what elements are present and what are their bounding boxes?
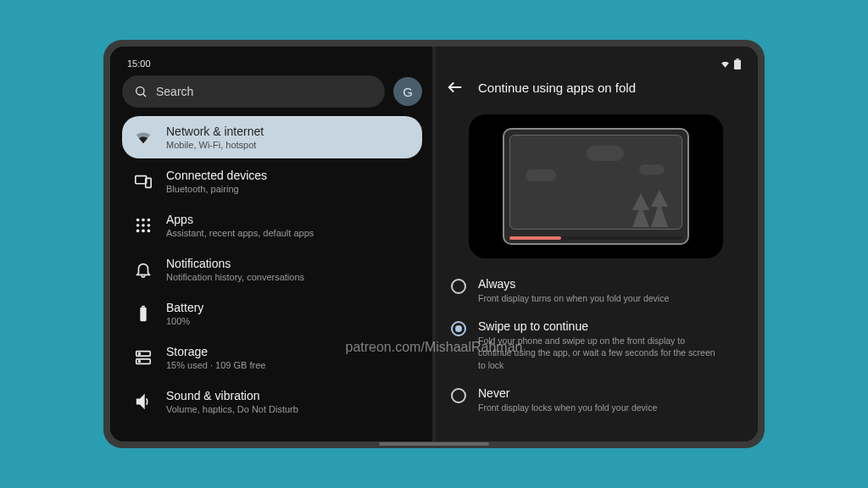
wifi-status-icon — [720, 58, 731, 69]
sound-icon — [134, 392, 153, 411]
statusbar-icons — [720, 58, 741, 69]
radio-icon — [451, 321, 466, 336]
progress-bar — [509, 236, 682, 240]
search-placeholder: Search — [156, 85, 193, 98]
statusbar-time: 15:00 — [127, 58, 151, 69]
avatar-letter: G — [403, 85, 413, 99]
setting-item-notifications[interactable]: NotificationsNotification history, conve… — [122, 248, 422, 291]
tree-icon — [632, 205, 649, 227]
radio-list: AlwaysFront display turns on when you fo… — [446, 274, 746, 417]
search-row: Search G — [122, 75, 422, 108]
cloud-icon — [526, 169, 556, 181]
battery-icon — [134, 304, 153, 323]
setting-title: Storage — [166, 345, 265, 358]
svg-rect-20 — [736, 58, 738, 60]
radio-icon — [451, 279, 466, 294]
svg-point-10 — [136, 230, 140, 233]
radio-text: Swipe up to continueFold your phone and … — [478, 319, 715, 371]
fold-illustration — [469, 114, 723, 258]
svg-rect-14 — [142, 306, 145, 308]
statusbar-right — [446, 55, 746, 72]
progress-fill — [509, 236, 561, 240]
setting-item-battery[interactable]: Battery100% — [122, 292, 422, 335]
setting-text: AppsAssistant, recent apps, default apps — [166, 213, 314, 238]
detail-title: Continue using apps on fold — [478, 80, 636, 95]
search-input[interactable]: Search — [122, 75, 385, 108]
svg-point-17 — [139, 353, 141, 355]
setting-text: Connected devicesBluetooth, pairing — [166, 169, 267, 194]
setting-subtitle: Notification history, conversations — [166, 272, 304, 282]
svg-point-7 — [136, 224, 140, 227]
radio-title: Always — [478, 277, 669, 291]
radio-icon — [451, 388, 466, 403]
statusbar-left: 15:00 — [122, 55, 422, 72]
radio-title: Swipe up to continue — [478, 319, 715, 333]
svg-point-5 — [142, 219, 145, 222]
setting-item-connected[interactable]: Connected devicesBluetooth, pairing — [122, 160, 422, 202]
setting-subtitle: Mobile, Wi-Fi, hotspot — [166, 140, 264, 150]
svg-point-11 — [142, 230, 145, 233]
setting-subtitle: 100% — [166, 316, 203, 326]
setting-item-sound[interactable]: Sound & vibrationVolume, haptics, Do Not… — [122, 380, 422, 423]
svg-point-6 — [147, 219, 151, 222]
detail-header: Continue using apps on fold — [446, 72, 746, 103]
fold-frame — [503, 128, 689, 245]
wifi-icon — [134, 128, 153, 147]
cloud-icon — [639, 164, 665, 175]
cloud-icon — [587, 146, 624, 161]
settings-pane: 15:00 Search G Network & internetMobile,… — [110, 47, 434, 441]
radio-subtitle: Front display locks when you fold your d… — [478, 402, 657, 413]
setting-text: Sound & vibrationVolume, haptics, Do Not… — [166, 389, 298, 414]
setting-subtitle: Volume, haptics, Do Not Disturb — [166, 404, 298, 414]
svg-point-18 — [139, 361, 141, 363]
radio-option-swipe[interactable]: Swipe up to continueFold your phone and … — [449, 316, 743, 374]
setting-title: Apps — [166, 213, 314, 226]
setting-title: Battery — [166, 301, 203, 314]
svg-rect-13 — [140, 308, 146, 322]
devices-icon — [134, 172, 153, 191]
apps-icon — [134, 216, 153, 235]
setting-text: NotificationsNotification history, conve… — [166, 257, 304, 282]
setting-subtitle: 15% used · 109 GB free — [166, 360, 265, 370]
svg-point-12 — [147, 230, 151, 233]
storage-icon — [134, 348, 153, 367]
detail-pane: Continue using apps on fold Alway — [434, 47, 758, 441]
svg-rect-19 — [734, 59, 741, 69]
radio-title: Never — [478, 386, 657, 400]
setting-title: Connected devices — [166, 169, 267, 182]
setting-item-network[interactable]: Network & internetMobile, Wi-Fi, hotspot — [122, 116, 422, 158]
svg-point-4 — [136, 219, 140, 222]
setting-item-storage[interactable]: Storage15% used · 109 GB free — [122, 336, 422, 379]
bell-icon — [134, 260, 153, 279]
svg-point-8 — [142, 224, 145, 227]
back-button[interactable] — [446, 78, 465, 97]
battery-status-icon — [734, 58, 741, 69]
setting-text: Storage15% used · 109 GB free — [166, 345, 265, 370]
device-hinge — [432, 47, 436, 441]
search-icon — [134, 85, 147, 98]
setting-text: Network & internetMobile, Wi-Fi, hotspot — [166, 125, 264, 150]
avatar[interactable]: G — [393, 77, 422, 106]
foldable-device-frame: 15:00 Search G Network & internetMobile,… — [103, 40, 765, 448]
setting-text: Battery100% — [166, 301, 203, 326]
radio-subtitle: Fold your phone and swipe up on the fron… — [478, 335, 715, 371]
svg-rect-2 — [136, 176, 147, 184]
radio-text: NeverFront display locks when you fold y… — [478, 386, 657, 413]
radio-option-never[interactable]: NeverFront display locks when you fold y… — [449, 383, 743, 417]
svg-point-0 — [136, 87, 144, 95]
setting-title: Network & internet — [166, 125, 264, 138]
radio-option-always[interactable]: AlwaysFront display turns on when you fo… — [449, 274, 743, 308]
settings-list: Network & internetMobile, Wi-Fi, hotspot… — [122, 116, 422, 423]
setting-title: Sound & vibration — [166, 389, 298, 402]
tree-icon — [651, 202, 668, 227]
fold-inner — [509, 135, 682, 230]
svg-point-9 — [147, 224, 151, 227]
svg-line-1 — [143, 94, 146, 97]
radio-text: AlwaysFront display turns on when you fo… — [478, 277, 669, 304]
setting-item-apps[interactable]: AppsAssistant, recent apps, default apps — [122, 204, 422, 247]
radio-subtitle: Front display turns on when you fold you… — [478, 292, 669, 304]
setting-subtitle: Assistant, recent apps, default apps — [166, 228, 314, 238]
setting-subtitle: Bluetooth, pairing — [166, 184, 267, 194]
setting-title: Notifications — [166, 257, 304, 270]
